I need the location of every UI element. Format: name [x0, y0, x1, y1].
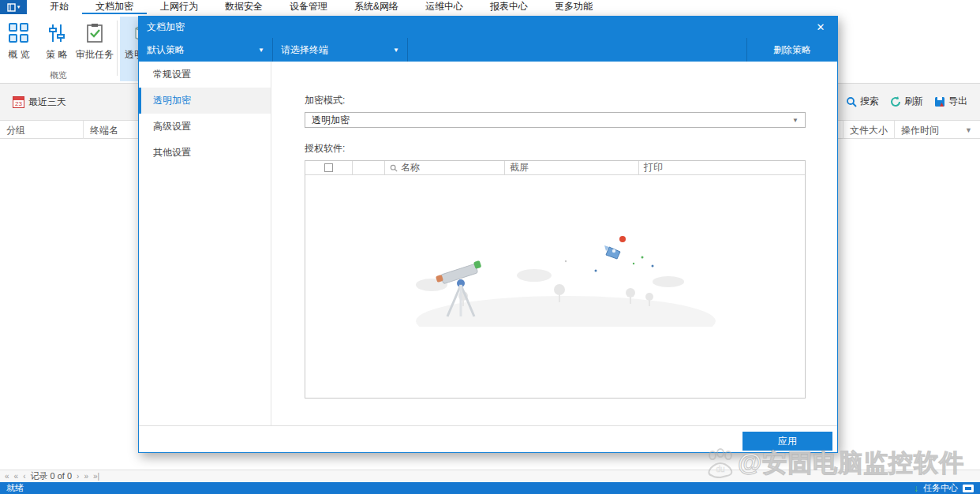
search-action-button[interactable]: 搜索 — [846, 95, 879, 108]
ribbon-item-label: 审批任务 — [76, 48, 114, 62]
software-table-header: 名称 截屏 打印 — [305, 161, 805, 175]
column-options-caret-icon[interactable]: ▼ — [965, 121, 972, 140]
close-icon[interactable]: ✕ — [812, 21, 829, 33]
sidebar-item-transparent-encrypt[interactable]: 透明加密 — [139, 88, 271, 114]
encrypt-mode-value: 透明加密 — [312, 114, 350, 127]
export-icon — [934, 96, 945, 107]
column-label: 名称 — [401, 161, 420, 174]
page-last-button[interactable]: »| — [93, 472, 99, 481]
select-all-cell — [305, 161, 353, 174]
status-bar: 就绪 ↓ 任务中心 — [0, 482, 980, 494]
menu-item-more[interactable]: 更多功能 — [541, 0, 606, 14]
ribbon-item-label: 策 略 — [46, 48, 67, 62]
page-next-button[interactable]: › — [77, 472, 79, 481]
menu-item-doc-encrypt[interactable]: 文档加密 — [82, 0, 147, 14]
print-column-header[interactable]: 打印 — [639, 161, 805, 174]
page-first-button[interactable]: « — [5, 472, 9, 481]
page-prev-group-button[interactable]: « — [14, 472, 19, 481]
select-all-checkbox[interactable] — [324, 163, 333, 172]
calendar-icon: 23 — [13, 96, 24, 108]
screenshot-column-header[interactable]: 截屏 — [505, 161, 639, 174]
search-icon — [390, 164, 398, 172]
menu-item-ops-center[interactable]: 运维中心 — [412, 0, 477, 14]
main-menu: 开始 文档加密 上网行为 数据安全 设备管理 系统&网络 运维中心 报表中心 更… — [36, 0, 606, 14]
dialog-title: 文档加密 — [147, 21, 185, 34]
chevron-down-icon: ▼ — [393, 47, 399, 54]
page-next-group-button[interactable]: » — [84, 472, 88, 481]
menu-item-system-network[interactable]: 系统&网络 — [341, 0, 412, 14]
task-center-button[interactable]: 任务中心 — [923, 482, 958, 494]
action-label: 搜索 — [860, 95, 879, 108]
refresh-icon — [890, 96, 901, 107]
app-icon — [7, 3, 16, 12]
date-filter[interactable]: 23 最近三天 — [13, 95, 66, 109]
dialog-sidebar: 常规设置 透明加密 高级设置 其他设置 — [139, 62, 271, 425]
menu-item-web-behavior[interactable]: 上网行为 — [147, 0, 211, 14]
encrypt-mode-label: 加密模式: — [305, 94, 806, 107]
dialog-content: 加密模式: 透明加密 ▼ 授权软件: — [271, 62, 837, 425]
encrypt-mode-select[interactable]: 透明加密 ▼ — [305, 112, 806, 128]
ribbon-group-label: 概览 — [0, 69, 117, 81]
ribbon-item-policy[interactable]: 策 略 — [39, 17, 75, 69]
blue-bar-spacer — [408, 38, 746, 62]
delete-policy-button[interactable]: 删除策略 — [747, 38, 837, 62]
status-ready-text: 就绪 — [6, 482, 24, 494]
empty-state-illustration — [408, 220, 724, 327]
action-label: 刷新 — [904, 95, 923, 108]
refresh-action-button[interactable]: 刷新 — [890, 95, 923, 108]
menu-item-report-center[interactable]: 报表中心 — [477, 0, 541, 14]
sidebar-item-advanced-settings[interactable]: 高级设置 — [139, 114, 271, 140]
ribbon-item-label: 概 览 — [8, 48, 29, 62]
ribbon-item-approval[interactable]: 审批任务 — [77, 17, 113, 69]
chevron-down-icon: ▼ — [258, 47, 264, 54]
terminal-dropdown[interactable]: 请选择终端 ▼ — [273, 38, 407, 62]
top-menu-bar: ▾ 开始 文档加密 上网行为 数据安全 设备管理 系统&网络 运维中心 报表中心… — [0, 0, 980, 14]
terminal-dropdown-placeholder: 请选择终端 — [281, 43, 328, 57]
sidebar-item-general-settings[interactable]: 常规设置 — [139, 62, 271, 88]
authorized-software-label: 授权软件: — [305, 142, 806, 155]
monitor-icon[interactable] — [963, 485, 974, 492]
date-filter-label: 最近三天 — [28, 95, 66, 109]
menu-item-device-mgmt[interactable]: 设备管理 — [276, 0, 341, 14]
policy-dropdown[interactable]: 默认策略 ▼ — [139, 38, 272, 62]
ribbon-separator — [117, 21, 118, 76]
overview-grid-icon — [9, 23, 29, 43]
dialog-body: 常规设置 透明加密 高级设置 其他设置 加密模式: 透明加密 ▼ 授权软件: — [139, 62, 837, 425]
ribbon-item-overview[interactable]: 概 览 — [1, 17, 37, 69]
record-count-text: 记录 0 of 0 — [30, 470, 72, 482]
menu-item-data-security[interactable]: 数据安全 — [211, 0, 276, 14]
action-label: 导出 — [948, 95, 967, 108]
dialog-title-bar: 文档加密 ✕ — [139, 17, 837, 38]
apply-button[interactable]: 应用 — [742, 432, 832, 451]
doc-encrypt-dialog: 文档加密 ✕ 默认策略 ▼ 请选择终端 ▼ 删除策略 常规设置 透明加密 高级设… — [138, 16, 838, 453]
sidebar-item-other-settings[interactable]: 其他设置 — [139, 140, 271, 166]
page-prev-button[interactable]: ‹ — [23, 472, 25, 481]
pagination-bar: « « ‹ 记录 0 of 0 › » »| — [0, 470, 980, 482]
search-icon — [846, 96, 857, 107]
dialog-blue-bar: 默认策略 ▼ 请选择终端 ▼ 删除策略 — [139, 38, 837, 62]
app-menu-caret: ▾ — [17, 4, 21, 10]
download-arrow-icon: ↓ — [914, 483, 918, 494]
export-action-button[interactable]: 导出 — [934, 95, 967, 108]
policy-dropdown-value: 默认策略 — [147, 43, 185, 57]
policy-sliders-icon — [47, 23, 67, 43]
approval-clipboard-icon — [84, 23, 105, 43]
app-menu-button[interactable]: ▾ — [0, 0, 27, 14]
blank-column-header — [353, 161, 385, 174]
chevron-down-icon: ▼ — [792, 117, 799, 124]
column-header-filesize[interactable]: 文件大小 — [843, 121, 894, 140]
name-column-header[interactable]: 名称 — [385, 161, 505, 174]
authorized-software-table: 名称 截屏 打印 — [305, 160, 806, 399]
column-header-group[interactable]: 分组 — [0, 121, 83, 140]
menu-item-start[interactable]: 开始 — [36, 0, 82, 14]
dialog-footer: 应用 — [139, 425, 837, 454]
